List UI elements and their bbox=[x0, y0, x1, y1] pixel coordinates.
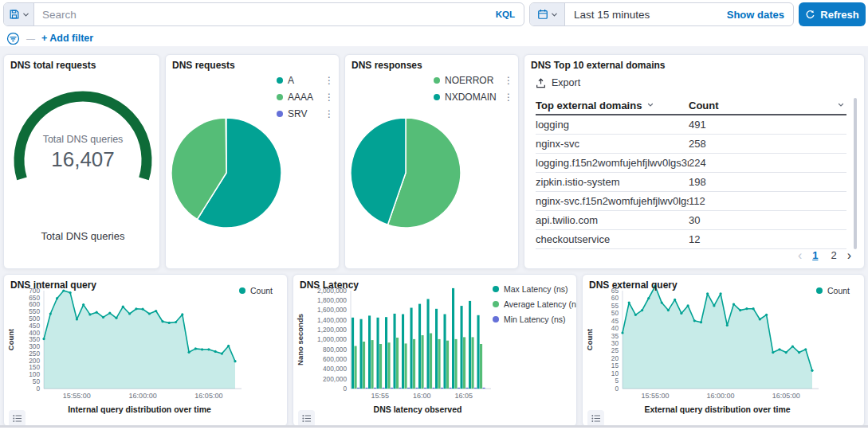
pagination-prev-icon[interactable]: ‹ bbox=[798, 249, 802, 262]
svg-text:400: 400 bbox=[29, 329, 40, 337]
table-header-row: Top external domains Count bbox=[536, 96, 846, 115]
svg-text:Nano seconds: Nano seconds bbox=[296, 314, 304, 366]
panel-dns-latency: DNS Latency 0200,000400,000600,000800,00… bbox=[293, 274, 577, 427]
search-bar: KQL bbox=[3, 2, 524, 26]
panel-title[interactable]: DNS Latency bbox=[300, 280, 359, 291]
count-cell: 30 bbox=[689, 214, 846, 226]
chevron-down-icon[interactable] bbox=[837, 101, 845, 109]
svg-text:35: 35 bbox=[611, 332, 619, 340]
table-row[interactable]: zipkin.istio-system198 bbox=[536, 173, 846, 192]
legend-item[interactable]: Min Latency (ns) bbox=[493, 315, 577, 324]
svg-text:16,407: 16,407 bbox=[51, 147, 115, 171]
legend-label: Count bbox=[827, 286, 850, 295]
area-chart-mount: 0501001502002503003504004505005506006507… bbox=[4, 275, 287, 426]
svg-text:100: 100 bbox=[29, 370, 40, 378]
count-cell: 112 bbox=[689, 195, 846, 207]
count-cell: 198 bbox=[689, 176, 846, 188]
table-row[interactable]: api.twilio.com30 bbox=[536, 211, 846, 230]
list-icon bbox=[591, 414, 601, 423]
area-chart[interactable]: 05101520253035404550556065CountExternal … bbox=[583, 275, 865, 427]
svg-text:600,000: 600,000 bbox=[323, 355, 347, 363]
svg-text:1,000,000: 1,000,000 bbox=[317, 335, 347, 343]
export-label: Export bbox=[552, 77, 580, 88]
svg-text:Total DNS queries: Total DNS queries bbox=[43, 134, 124, 145]
table-row[interactable]: logging.f15n2womfujehfjlwv0lgs3nog....22… bbox=[536, 154, 846, 173]
legend-actions-icon[interactable]: ⋮ bbox=[324, 92, 334, 103]
gauge-chart[interactable]: Total DNS queries16,407Total DNS queries bbox=[4, 77, 160, 268]
legend-item[interactable]: Count bbox=[239, 286, 273, 295]
panel-title[interactable]: DNS internal query bbox=[10, 280, 96, 291]
domain-cell: checkoutservice bbox=[536, 233, 689, 245]
column-header-count[interactable]: Count bbox=[689, 96, 846, 114]
area-chart-mount: 05101520253035404550556065CountExternal … bbox=[583, 275, 864, 426]
search-input[interactable] bbox=[34, 9, 487, 21]
panel-title[interactable]: DNS external query bbox=[589, 280, 678, 291]
legend-dot bbox=[493, 316, 499, 322]
legend-item[interactable]: Average Latency (ns) bbox=[493, 299, 577, 309]
legend-actions-icon[interactable]: ⋮ bbox=[504, 75, 513, 86]
legend-item[interactable]: Max Latency (ns) bbox=[493, 284, 577, 294]
count-cell: 12 bbox=[689, 233, 846, 245]
kql-language-button[interactable]: KQL bbox=[487, 10, 524, 19]
pagination-page-2[interactable]: 2 bbox=[828, 248, 839, 262]
add-filter-button[interactable]: + Add filter bbox=[41, 33, 93, 44]
table-scrollbar[interactable] bbox=[854, 98, 857, 249]
legend-toggle-button[interactable] bbox=[587, 410, 604, 427]
column-header-domains[interactable]: Top external domains bbox=[536, 96, 689, 114]
panel-title[interactable]: DNS total requests bbox=[10, 60, 96, 71]
svg-text:600: 600 bbox=[29, 300, 40, 308]
refresh-button[interactable]: Refresh bbox=[799, 2, 866, 26]
svg-text:1,800,000: 1,800,000 bbox=[317, 296, 347, 304]
panel-title[interactable]: DNS Top 10 external domains bbox=[531, 60, 666, 71]
time-range-value[interactable]: Last 15 minutes bbox=[565, 9, 650, 21]
date-quick-select-button[interactable] bbox=[530, 3, 565, 25]
legend-item-nxdomain[interactable]: NXDOMAIN⋮ bbox=[434, 92, 513, 103]
legend-item-srv[interactable]: SRV⋮ bbox=[277, 108, 334, 119]
legend-toggle-button[interactable] bbox=[298, 410, 315, 427]
table-row[interactable]: logging491 bbox=[536, 115, 846, 135]
pie-chart[interactable] bbox=[350, 117, 461, 229]
table-row[interactable]: checkoutservice12 bbox=[536, 230, 846, 249]
svg-text:16:00:00: 16:00:00 bbox=[129, 392, 157, 400]
table-row[interactable]: nginx-svc258 bbox=[536, 135, 846, 154]
legend-dot bbox=[277, 77, 283, 84]
svg-text:55: 55 bbox=[611, 302, 619, 310]
svg-text:60: 60 bbox=[611, 294, 619, 302]
svg-text:1,600,000: 1,600,000 bbox=[317, 306, 347, 314]
panel-title[interactable]: DNS requests bbox=[172, 60, 235, 71]
legend-toggle-button[interactable] bbox=[9, 410, 26, 427]
legend-item[interactable]: Count bbox=[816, 286, 850, 295]
chart-legend: Count bbox=[816, 286, 850, 295]
table-row[interactable]: nginx-svc.f15n2womfujehfjlwv0lgs3no...11… bbox=[536, 192, 846, 211]
legend-label: A bbox=[288, 75, 324, 86]
filter-bar: — + Add filter bbox=[6, 31, 93, 45]
panel-title[interactable]: DNS responses bbox=[352, 60, 422, 71]
count-cell: 224 bbox=[689, 157, 846, 169]
svg-text:10: 10 bbox=[611, 369, 619, 377]
refresh-label: Refresh bbox=[820, 9, 858, 21]
legend-label: Min Latency (ns) bbox=[504, 315, 566, 324]
filter-icon[interactable] bbox=[6, 32, 20, 45]
pie-chart[interactable] bbox=[171, 117, 282, 229]
svg-text:0: 0 bbox=[343, 385, 347, 393]
legend-item-noerror[interactable]: NOERROR⋮ bbox=[434, 75, 513, 86]
pagination-page-1[interactable]: 1 bbox=[810, 248, 820, 262]
legend-item-aaaa[interactable]: AAAA⋮ bbox=[277, 92, 334, 103]
legend-actions-icon[interactable]: ⋮ bbox=[324, 108, 334, 119]
area-chart[interactable]: 0501001502002503003504004505005506006507… bbox=[4, 275, 288, 427]
legend-item-a[interactable]: A⋮ bbox=[277, 75, 334, 86]
panel-dns-top-external-domains: DNS Top 10 external domains Export Top e… bbox=[524, 54, 865, 269]
export-button[interactable]: Export bbox=[536, 77, 580, 88]
show-dates-button[interactable]: Show dates bbox=[727, 9, 784, 21]
legend-actions-icon[interactable]: ⋮ bbox=[504, 92, 513, 103]
pie-legend: A⋮AAAA⋮SRV⋮ bbox=[277, 75, 334, 119]
svg-text:300: 300 bbox=[29, 342, 40, 350]
legend-label: SRV bbox=[288, 108, 324, 119]
legend-actions-icon[interactable]: ⋮ bbox=[324, 75, 334, 86]
legend-label: NOERROR bbox=[445, 75, 504, 86]
pagination-next-icon[interactable]: › bbox=[847, 249, 851, 262]
legend-dot bbox=[239, 287, 245, 294]
chart-legend: Max Latency (ns)Average Latency (ns)Min … bbox=[493, 284, 577, 324]
chevron-down-icon[interactable] bbox=[646, 101, 654, 109]
saved-query-menu-button[interactable] bbox=[4, 3, 34, 25]
